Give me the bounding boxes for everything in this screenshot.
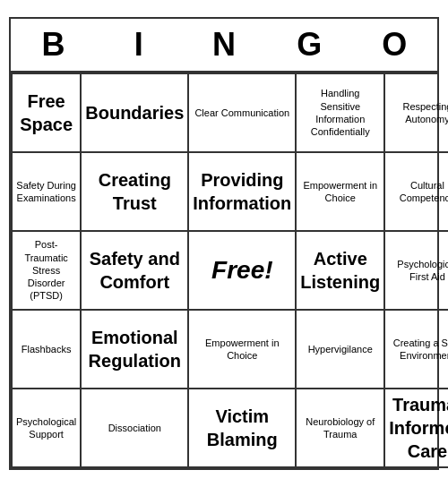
bingo-letter-o: O (355, 26, 434, 64)
bingo-cell-16: Emotional Regulation (82, 311, 189, 389)
bingo-card: BINGO Free SpaceBoundariesClear Communic… (9, 17, 439, 470)
bingo-cell-9: Cultural Competence (385, 153, 448, 232)
bingo-letter-b: B (14, 26, 93, 64)
bingo-cell-12: Free! (189, 232, 297, 311)
bingo-cell-10: Post-Traumatic Stress Disorder (PTSD) (13, 232, 82, 311)
bingo-letter-g: G (270, 26, 349, 64)
bingo-cell-3: Handling Sensitive Information Confident… (297, 74, 385, 153)
bingo-letter-n: N (185, 26, 263, 64)
bingo-cell-14: Psychological First Aid (385, 232, 448, 311)
bingo-cell-20: Psychological Support (13, 389, 82, 468)
bingo-cell-1: Boundaries (82, 74, 189, 153)
bingo-cell-4: Respecting Autonomy (385, 74, 448, 153)
bingo-cell-13: Active Listening (297, 232, 385, 311)
bingo-grid: Free SpaceBoundariesClear CommunicationH… (11, 73, 437, 468)
bingo-cell-11: Safety and Comfort (82, 232, 189, 311)
bingo-cell-17: Empowerment in Choice (189, 311, 297, 389)
bingo-cell-5: Safety During Examinations (13, 153, 82, 232)
bingo-cell-8: Empowerment in Choice (297, 153, 385, 232)
bingo-cell-19: Creating a Safe Environment (385, 311, 448, 389)
bingo-cell-24: Trauma-Informed Care (385, 389, 448, 468)
bingo-cell-6: Creating Trust (82, 153, 189, 232)
bingo-letter-i: I (99, 26, 178, 64)
bingo-cell-23: Neurobiology of Trauma (297, 389, 385, 468)
bingo-cell-22: Victim Blaming (189, 389, 297, 468)
bingo-cell-7: Providing Information (189, 153, 297, 232)
bingo-cell-15: Flashbacks (13, 311, 82, 389)
bingo-cell-18: Hypervigilance (297, 311, 385, 389)
bingo-cell-2: Clear Communication (189, 74, 297, 153)
bingo-title: BINGO (11, 19, 437, 73)
bingo-cell-0: Free Space (13, 74, 82, 153)
bingo-cell-21: Dissociation (82, 389, 189, 468)
